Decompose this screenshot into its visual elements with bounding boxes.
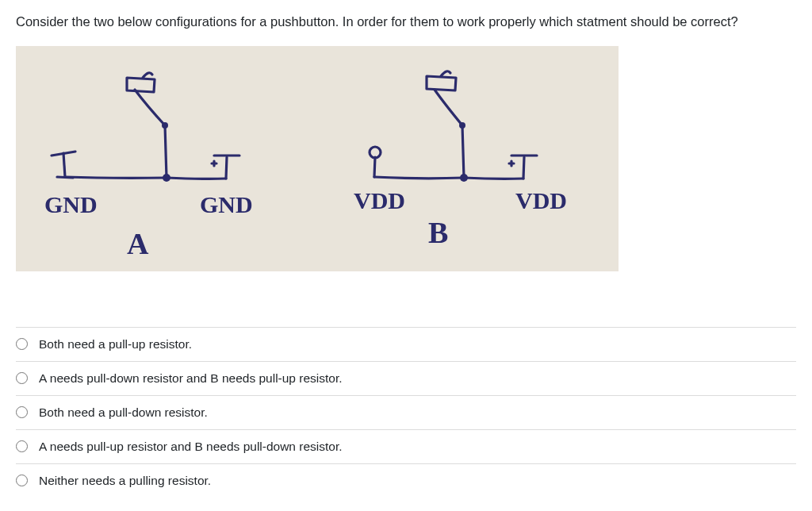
diagram-b-right-label: VDD — [515, 187, 567, 213]
option-row[interactable]: Both need a pull-up resistor. — [16, 328, 796, 362]
option-label[interactable]: Both need a pull-down resistor. — [39, 405, 208, 420]
option-radio[interactable] — [16, 372, 28, 384]
circuit-diagram-image: GND GND A VDD VDD B — [16, 46, 619, 271]
diagram-a-right-label: GND — [200, 191, 253, 217]
diagram-a-tag: A — [127, 227, 149, 260]
option-radio[interactable] — [16, 474, 28, 486]
option-row[interactable]: Both need a pull-down resistor. — [16, 396, 796, 430]
option-radio[interactable] — [16, 338, 28, 350]
option-radio[interactable] — [16, 440, 28, 452]
question-prompt: Consider the two below configurations fo… — [16, 13, 796, 32]
answer-options: Both need a pull-up resistor. A needs pu… — [16, 327, 796, 498]
option-label[interactable]: A needs pull-up resistor and B needs pul… — [39, 440, 343, 454]
option-label[interactable]: Neither needs a pulling resistor. — [39, 474, 211, 488]
diagram-b-tag: B — [428, 216, 448, 249]
option-label[interactable]: A needs pull-down resistor and B needs p… — [39, 371, 343, 386]
option-label[interactable]: Both need a pull-up resistor. — [39, 337, 192, 352]
option-row[interactable]: A needs pull-up resistor and B needs pul… — [16, 430, 796, 464]
diagram-b-left-label: VDD — [354, 187, 405, 213]
option-row[interactable]: A needs pull-down resistor and B needs p… — [16, 362, 796, 396]
option-radio[interactable] — [16, 406, 28, 418]
diagram-a-left-label: GND — [44, 191, 98, 217]
option-row[interactable]: Neither needs a pulling resistor. — [16, 464, 796, 498]
